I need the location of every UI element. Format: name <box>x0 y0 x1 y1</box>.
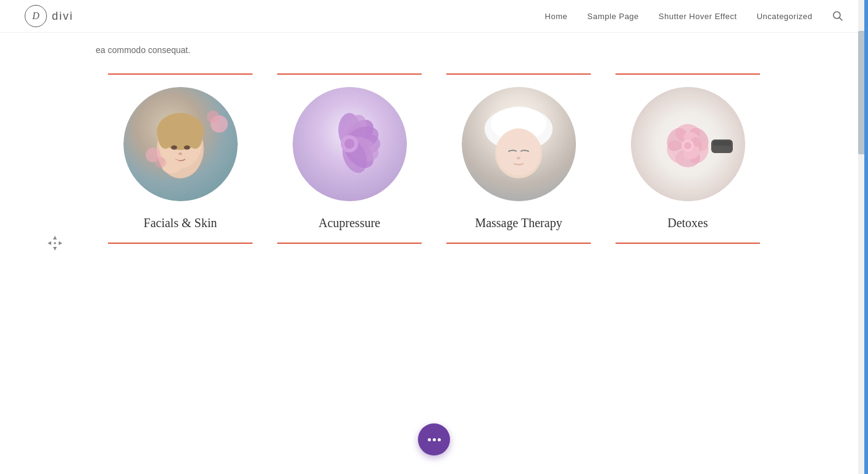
svg-point-26 <box>344 139 354 149</box>
svg-point-31 <box>496 128 541 175</box>
card-top-line-acupressure <box>277 73 422 75</box>
card-title-massage: Massage Therapy <box>475 216 562 230</box>
intro-text: ea commodo consequat. <box>96 33 772 61</box>
svg-point-7 <box>188 124 202 149</box>
svg-point-32 <box>517 157 520 159</box>
logo[interactable]: D divi <box>25 5 73 27</box>
page-content: ea commodo consequat. <box>0 33 868 268</box>
card-bottom-line-massage <box>446 243 591 244</box>
card-image-massage <box>462 87 576 201</box>
svg-point-8 <box>171 146 177 150</box>
svg-rect-51 <box>54 243 56 244</box>
svg-point-6 <box>158 124 173 149</box>
move-cursor-icon <box>46 235 64 256</box>
services-section: Facials & Skin <box>96 61 772 268</box>
card-detoxes[interactable]: Detoxes <box>603 73 772 244</box>
svg-point-44 <box>684 142 691 149</box>
search-icon <box>832 10 843 22</box>
nav-item-sample-page[interactable]: Sample Page <box>587 12 639 21</box>
card-bottom-line-detoxes <box>616 243 760 244</box>
nav-item-home[interactable]: Home <box>545 12 568 21</box>
svg-marker-49 <box>48 241 51 245</box>
card-massage[interactable]: Massage Therapy <box>434 73 603 244</box>
card-bottom-line-facials <box>108 243 252 244</box>
main-nav: Home Sample Page Shutter Hover Effect Un… <box>545 10 843 22</box>
svg-marker-47 <box>53 236 57 239</box>
card-image-acupressure <box>293 87 407 201</box>
facials-illustration <box>123 87 238 201</box>
card-title-facials: Facials & Skin <box>144 216 217 230</box>
card-image-detoxes <box>631 87 745 201</box>
detoxes-illustration <box>631 87 745 201</box>
card-acupressure[interactable]: Acupressure <box>265 73 434 244</box>
search-button[interactable] <box>832 10 843 22</box>
svg-point-9 <box>184 146 190 150</box>
logo-text: divi <box>52 10 73 23</box>
svg-point-13 <box>207 110 219 123</box>
card-title-detoxes: Detoxes <box>667 216 708 230</box>
cards-grid: Facials & Skin <box>96 73 772 244</box>
card-bottom-line-acupressure <box>277 243 422 244</box>
massage-illustration <box>462 87 576 201</box>
svg-point-10 <box>178 152 182 155</box>
card-facials[interactable]: Facials & Skin <box>96 73 265 244</box>
site-header: D divi Home Sample Page Shutter Hover Ef… <box>0 0 868 33</box>
svg-rect-46 <box>713 141 731 146</box>
acupressure-illustration <box>293 87 407 201</box>
card-top-line-massage <box>446 73 591 75</box>
svg-point-15 <box>155 157 166 168</box>
svg-marker-48 <box>53 247 57 251</box>
card-top-line-facials <box>108 73 252 75</box>
card-image-facials <box>123 87 238 201</box>
card-title-acupressure: Acupressure <box>319 216 380 230</box>
nav-item-uncategorized[interactable]: Uncategorized <box>757 12 812 21</box>
svg-line-1 <box>840 18 843 21</box>
svg-marker-50 <box>59 241 62 245</box>
nav-item-shutter-hover[interactable]: Shutter Hover Effect <box>659 12 737 21</box>
logo-icon: D <box>25 5 47 27</box>
right-edge-bar <box>864 0 868 268</box>
card-top-line-detoxes <box>616 73 760 75</box>
